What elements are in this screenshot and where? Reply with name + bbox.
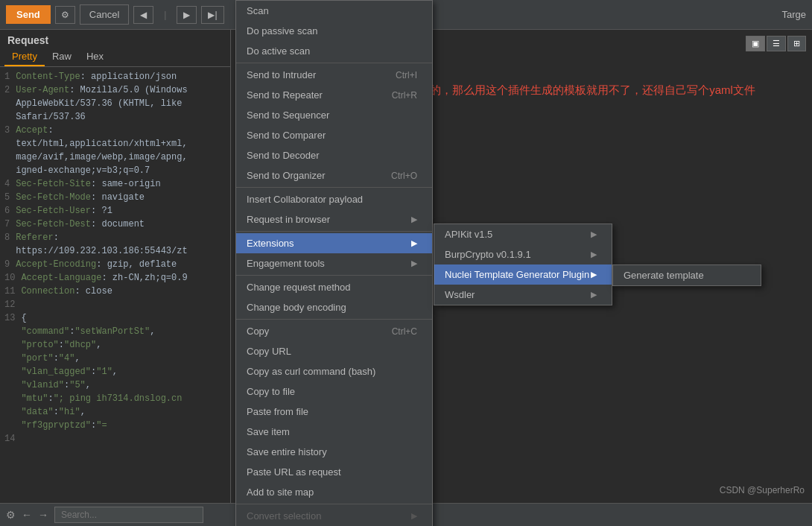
menu-item-copy-to-file[interactable]: Copy to file [236, 381, 432, 402]
separator-1 [236, 63, 432, 63]
menu-item-send-to-decoder[interactable]: Send to Decoder [236, 145, 432, 165]
menu-item-add-to-site-map[interactable]: Add to site map [236, 482, 432, 502]
menu-item-insert-collaborator[interactable]: Insert Collaborator payload [236, 189, 432, 209]
separator-5 [236, 319, 432, 320]
menu-item-convert-selection: Convert selection▶ [236, 506, 432, 526]
menu-item-nuclei[interactable]: Nuclei Template Generator Plugin▶ [434, 264, 612, 285]
menu-item-generate-template[interactable]: Generate template [613, 265, 761, 285]
menu-item-copy[interactable]: CopyCtrl+C [236, 321, 432, 341]
menu-item-save-entire-history[interactable]: Save entire history [236, 442, 432, 462]
menu-item-engagement-tools[interactable]: Engagement tools▶ [236, 253, 432, 273]
separator-3 [236, 231, 432, 232]
menu-item-send-to-intruder[interactable]: Send to IntruderCtrl+I [236, 65, 432, 85]
menu-item-copy-as-curl[interactable]: Copy as curl command (bash) [236, 361, 432, 381]
submenu-nuclei: Generate template [612, 264, 761, 286]
separator-4 [236, 275, 432, 276]
context-menu: Scan Do passive scan Do active scan Send… [235, 0, 433, 526]
menu-item-save-item[interactable]: Save item [236, 422, 432, 442]
menu-item-send-to-comparer[interactable]: Send to Comparer [236, 125, 432, 145]
menu-item-request-in-browser[interactable]: Request in browser▶ [236, 209, 432, 229]
menu-item-extensions[interactable]: Extensions▶ [236, 233, 432, 253]
menu-item-scan[interactable]: Scan [236, 1, 432, 21]
menu-item-send-to-organizer[interactable]: Send to OrganizerCtrl+O [236, 165, 432, 186]
menu-item-burpcrypto[interactable]: BurpCrypto v0.1.9.1▶ [434, 244, 612, 264]
separator-2 [236, 187, 432, 188]
separator-6 [236, 504, 432, 504]
menu-item-paste-url-as-request[interactable]: Paste URL as request [236, 462, 432, 482]
submenu-extensions: APIKit v1.5▶ BurpCrypto v0.1.9.1▶ Nuclei… [434, 224, 612, 305]
menu-item-apikit[interactable]: APIKit v1.5▶ [434, 224, 612, 244]
menu-item-send-to-sequencer[interactable]: Send to Sequencer [236, 105, 432, 125]
menu-item-change-request-method[interactable]: Change request method [236, 277, 432, 297]
menu-item-paste-from-file[interactable]: Paste from file [236, 402, 432, 422]
menu-item-do-active-scan[interactable]: Do active scan [236, 41, 432, 61]
menu-item-wsdler[interactable]: Wsdler▶ [434, 285, 612, 305]
menu-item-copy-url[interactable]: Copy URL [236, 341, 432, 361]
menu-item-do-passive-scan[interactable]: Do passive scan [236, 21, 432, 41]
menu-item-send-to-repeater[interactable]: Send to RepeaterCtrl+R [236, 85, 432, 105]
menu-item-change-body-encoding[interactable]: Change body encoding [236, 297, 432, 317]
context-menu-overlay: Scan Do passive scan Do active scan Send… [0, 0, 812, 526]
